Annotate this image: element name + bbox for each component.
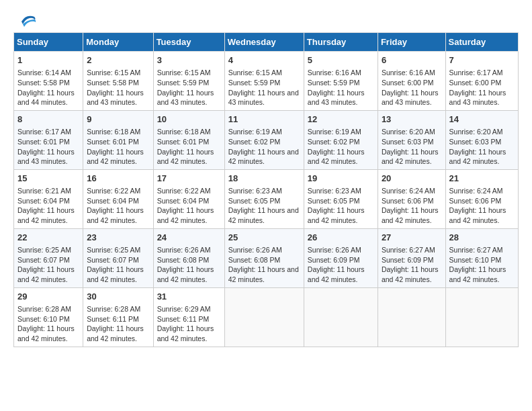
day-number: 1: [17, 54, 79, 66]
sunset: Sunset: 5:58 PM: [87, 79, 139, 87]
daylight: Daylight: 11 hours and 42 minutes.: [157, 148, 214, 166]
day-number: 16: [87, 173, 149, 185]
day-number: 27: [382, 232, 442, 244]
calendar-cell: 2Sunrise: 6:15 AMSunset: 5:58 PMDaylight…: [83, 52, 153, 111]
daylight: Daylight: 11 hours and 43 minutes.: [17, 148, 75, 166]
calendar-cell: 4Sunrise: 6:15 AMSunset: 5:59 PMDaylight…: [224, 52, 304, 111]
day-number: 19: [308, 173, 374, 185]
day-number: 5: [308, 54, 374, 66]
sunset: Sunset: 6:03 PM: [382, 138, 434, 146]
calendar-cell: 19Sunrise: 6:23 AMSunset: 6:05 PMDayligh…: [304, 169, 378, 228]
day-number: 31: [157, 291, 221, 303]
sunrise: Sunrise: 6:24 AM: [449, 187, 503, 195]
calendar-cell: 27Sunrise: 6:27 AMSunset: 6:09 PMDayligh…: [378, 228, 445, 287]
calendar-cell: [304, 287, 378, 347]
calendar-cell: 10Sunrise: 6:18 AMSunset: 6:01 PMDayligh…: [153, 110, 224, 169]
sunset: Sunset: 6:00 PM: [449, 79, 502, 87]
daylight: Daylight: 11 hours and 43 minutes.: [308, 89, 365, 107]
calendar-week-4: 22Sunrise: 6:25 AMSunset: 6:07 PMDayligh…: [14, 228, 519, 287]
sunset: Sunset: 6:07 PM: [87, 256, 139, 264]
daylight: Daylight: 11 hours and 42 minutes.: [87, 324, 144, 342]
sunset: Sunset: 6:02 PM: [308, 138, 360, 146]
daylight: Daylight: 11 hours and 43 minutes.: [382, 89, 439, 107]
day-number: 14: [449, 113, 515, 126]
sunset: Sunset: 6:01 PM: [17, 138, 70, 146]
calendar-cell: 18Sunrise: 6:23 AMSunset: 6:05 PMDayligh…: [224, 169, 304, 228]
sunrise: Sunrise: 6:19 AM: [228, 128, 282, 136]
day-number: 2: [87, 54, 149, 66]
sunrise: Sunrise: 6:25 AM: [17, 246, 71, 254]
calendar-cell: 30Sunrise: 6:28 AMSunset: 6:11 PMDayligh…: [83, 287, 153, 347]
daylight: Daylight: 11 hours and 42 minutes.: [228, 206, 299, 224]
day-number: 25: [228, 232, 300, 244]
sunrise: Sunrise: 6:15 AM: [87, 68, 140, 77]
sunset: Sunset: 6:10 PM: [449, 256, 502, 264]
daylight: Daylight: 11 hours and 43 minutes.: [449, 89, 506, 107]
daylight: Daylight: 11 hours and 42 minutes.: [228, 265, 299, 283]
sunrise: Sunrise: 6:18 AM: [157, 128, 211, 136]
calendar-cell: 28Sunrise: 6:27 AMSunset: 6:10 PMDayligh…: [445, 228, 518, 287]
sunset: Sunset: 6:05 PM: [228, 197, 281, 205]
sunset: Sunset: 6:01 PM: [87, 138, 139, 146]
logo: [13, 13, 38, 26]
sunrise: Sunrise: 6:24 AM: [382, 187, 435, 195]
day-number: 8: [17, 113, 79, 126]
calendar-cell: 23Sunrise: 6:25 AMSunset: 6:07 PMDayligh…: [83, 228, 153, 287]
daylight: Daylight: 11 hours and 42 minutes.: [308, 206, 365, 224]
day-header-saturday: Saturday: [445, 33, 518, 52]
daylight: Daylight: 11 hours and 42 minutes.: [308, 265, 365, 283]
day-number: 12: [308, 113, 374, 126]
calendar-cell: 5Sunrise: 6:16 AMSunset: 5:59 PMDaylight…: [304, 52, 378, 111]
sunset: Sunset: 6:04 PM: [157, 197, 210, 205]
sunset: Sunset: 5:58 PM: [17, 79, 70, 87]
calendar-week-1: 1Sunrise: 6:14 AMSunset: 5:58 PMDaylight…: [14, 52, 519, 111]
calendar-cell: 20Sunrise: 6:24 AMSunset: 6:06 PMDayligh…: [378, 169, 445, 228]
daylight: Daylight: 11 hours and 44 minutes.: [17, 89, 75, 107]
logo-bird-icon: [16, 13, 38, 28]
sunrise: Sunrise: 6:21 AM: [17, 187, 71, 195]
calendar-table: SundayMondayTuesdayWednesdayThursdayFrid…: [13, 32, 519, 347]
sunset: Sunset: 6:09 PM: [308, 256, 360, 264]
sunset: Sunset: 6:10 PM: [17, 315, 70, 323]
sunrise: Sunrise: 6:18 AM: [87, 128, 140, 136]
daylight: Daylight: 11 hours and 42 minutes.: [382, 206, 439, 224]
daylight: Daylight: 11 hours and 42 minutes.: [228, 148, 299, 166]
sunrise: Sunrise: 6:20 AM: [382, 128, 435, 136]
sunset: Sunset: 6:02 PM: [228, 138, 281, 146]
daylight: Daylight: 11 hours and 42 minutes.: [87, 206, 144, 224]
sunrise: Sunrise: 6:27 AM: [382, 246, 435, 254]
calendar-cell: 15Sunrise: 6:21 AMSunset: 6:04 PMDayligh…: [14, 169, 83, 228]
day-number: 23: [87, 232, 149, 244]
sunrise: Sunrise: 6:20 AM: [449, 128, 503, 136]
daylight: Daylight: 11 hours and 42 minutes.: [157, 265, 214, 283]
calendar-week-5: 29Sunrise: 6:28 AMSunset: 6:10 PMDayligh…: [14, 287, 519, 347]
daylight: Daylight: 11 hours and 42 minutes.: [157, 324, 214, 342]
sunset: Sunset: 6:00 PM: [382, 79, 434, 87]
calendar-cell: 1Sunrise: 6:14 AMSunset: 5:58 PMDaylight…: [14, 52, 83, 111]
daylight: Daylight: 11 hours and 42 minutes.: [449, 148, 506, 166]
daylight: Daylight: 11 hours and 42 minutes.: [449, 265, 506, 283]
sunrise: Sunrise: 6:29 AM: [157, 305, 211, 313]
sunrise: Sunrise: 6:14 AM: [17, 68, 71, 77]
daylight: Daylight: 11 hours and 42 minutes.: [382, 148, 439, 166]
daylight: Daylight: 11 hours and 42 minutes.: [17, 265, 75, 283]
daylight: Daylight: 11 hours and 43 minutes.: [87, 89, 144, 107]
day-number: 13: [382, 113, 442, 126]
day-header-sunday: Sunday: [14, 33, 83, 52]
day-number: 10: [157, 113, 221, 126]
sunset: Sunset: 6:06 PM: [449, 197, 502, 205]
sunrise: Sunrise: 6:23 AM: [308, 187, 361, 195]
calendar-cell: [445, 287, 518, 347]
day-header-thursday: Thursday: [304, 33, 378, 52]
calendar-week-3: 15Sunrise: 6:21 AMSunset: 6:04 PMDayligh…: [14, 169, 519, 228]
sunrise: Sunrise: 6:28 AM: [87, 305, 140, 313]
day-header-wednesday: Wednesday: [224, 33, 304, 52]
daylight: Daylight: 11 hours and 42 minutes.: [382, 265, 439, 283]
calendar-cell: 13Sunrise: 6:20 AMSunset: 6:03 PMDayligh…: [378, 110, 445, 169]
calendar-cell: [224, 287, 304, 347]
sunset: Sunset: 5:59 PM: [228, 79, 281, 87]
sunset: Sunset: 6:11 PM: [157, 315, 210, 323]
sunset: Sunset: 6:03 PM: [449, 138, 502, 146]
calendar-week-2: 8Sunrise: 6:17 AMSunset: 6:01 PMDaylight…: [14, 110, 519, 169]
day-number: 21: [449, 173, 515, 185]
